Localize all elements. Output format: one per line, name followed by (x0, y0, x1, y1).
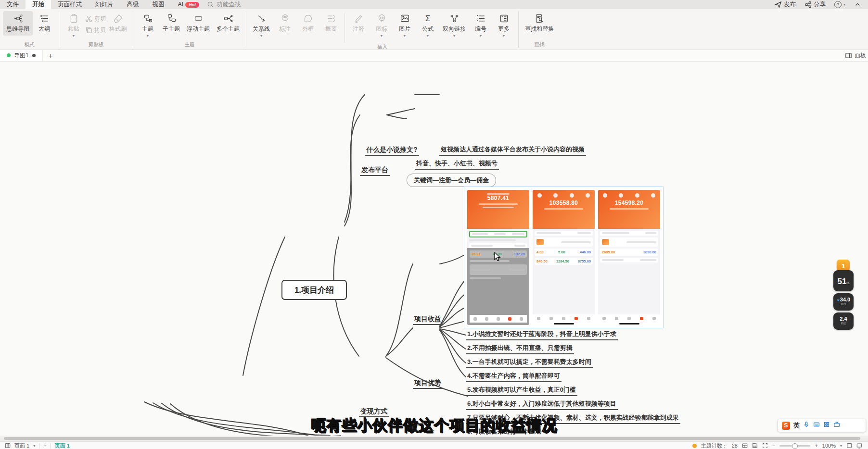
node-advantage-1[interactable]: 1.小说推文暂时还处于蓝海阶段，抖音上明显供小于求 (466, 330, 618, 340)
active-page-tab[interactable]: 页面 1 (55, 442, 70, 449)
mindmap-mode-button[interactable]: 思维导图 (3, 11, 33, 36)
image-button[interactable]: 图片 ▾ (393, 11, 416, 39)
help-icon: ? (834, 1, 842, 8)
zoom-slider-knob[interactable] (792, 443, 798, 449)
multi-topic-button[interactable]: 多个主题 (213, 11, 243, 36)
topic-count-value: 28 (732, 443, 738, 449)
boundary-icon (303, 13, 313, 24)
paste-label: 粘贴 (68, 25, 79, 33)
formula-button[interactable]: Σ 公式 ▾ (416, 11, 439, 39)
video-subtitle: 呃有些小伙伴做这个项目的收益情况 (311, 415, 557, 436)
relation-line-button[interactable]: 关系线 ▾ (249, 11, 273, 39)
ime-mode-toggle[interactable]: 英 (793, 421, 800, 430)
panel-toggle[interactable]: 面板 (845, 51, 868, 60)
help-button[interactable]: ? ▾ (834, 1, 845, 8)
sheet-tab[interactable]: 导图1 (0, 50, 43, 61)
toolbox-icon[interactable] (833, 421, 840, 430)
phone-screenshot-3: 154598.20 2685.00 3090.00 (598, 190, 660, 325)
grid-icon[interactable] (823, 421, 830, 430)
node-keyword-flow[interactable]: 关键词—注册—会员—佣金 (407, 174, 496, 187)
horizontal-scrollbar-thumb[interactable] (4, 437, 860, 440)
zoom-level[interactable]: 100% (822, 443, 836, 449)
net-monitor-widget[interactable]: 1 51% 34.0K/s 2.4K/s (831, 260, 855, 333)
icon-button[interactable]: 图标 ▾ (370, 11, 393, 39)
ime-toolbar[interactable]: S 英 (778, 419, 866, 432)
subtopic-button[interactable]: 子主题 (159, 11, 183, 36)
topic-button[interactable]: 主题 ▾ (136, 11, 159, 39)
feature-search[interactable]: 功能查找 (207, 0, 241, 9)
summary-button[interactable]: 概要 (319, 11, 343, 36)
menu-home[interactable]: 开始 (26, 0, 51, 9)
boundary-label: 外框 (302, 25, 314, 33)
boundary-button[interactable]: 外框 (296, 11, 319, 36)
share-button[interactable]: 分享 (804, 0, 826, 9)
node-advantage-4[interactable]: 4.不需要生产内容，简单配音即可 (466, 372, 562, 382)
mindmap-mode-label: 思维导图 (6, 25, 29, 33)
mindmap-canvas[interactable]: 1.项目介绍 什么是小说推文? 短视频达人通过各媒体平台发布关于小说内容的视频 … (0, 61, 868, 436)
subtopic-icon (166, 13, 177, 24)
find-replace-button[interactable]: 查找和替换 (522, 11, 557, 36)
node-platform-list[interactable]: 抖音、快手、小红书、视频号 (415, 160, 499, 170)
phone1-num-1: 76.21 (472, 252, 481, 256)
keyboard-icon[interactable] (813, 421, 820, 430)
floating-topic-button[interactable]: 浮动主题 (183, 11, 213, 36)
memory-percent: 51 (837, 277, 846, 286)
menu-page-style[interactable]: 页面样式 (51, 0, 89, 9)
mindmap-app-window: 文件 开始 页面样式 幻灯片 高级 视图 AI Hot 功能查找 发布 分享 ?… (0, 0, 868, 449)
node-advantage-6[interactable]: 6.对小白非常友好，入门难度远低于其他短视频等项目 (466, 400, 618, 410)
mic-icon[interactable] (803, 421, 810, 430)
horizontal-scrollbar[interactable] (0, 436, 868, 441)
collapse-ribbon-button[interactable] (854, 1, 861, 8)
add-page-button[interactable]: + (43, 443, 46, 449)
board-view-icon[interactable] (5, 443, 11, 449)
node-what-is-child[interactable]: 短视频达人通过各媒体平台发布关于小说内容的视频 (439, 146, 586, 156)
phone2-nav-bar (533, 314, 595, 322)
find-replace-icon (535, 13, 545, 24)
more-button[interactable]: 更多 ▾ (492, 11, 515, 39)
fullscreen-icon[interactable] (846, 443, 852, 449)
paste-icon (69, 13, 79, 24)
topic-platforms[interactable]: 发布平台 (360, 166, 390, 176)
callout-button[interactable]: 标注 (273, 11, 296, 36)
note-button[interactable]: 注释 (347, 11, 370, 36)
copy-button[interactable]: 拷贝 (85, 26, 106, 34)
add-sheet-button[interactable]: + (43, 51, 59, 60)
fit-screen-icon[interactable] (762, 443, 768, 449)
bidirectional-link-button[interactable]: 双向链接 ▾ (439, 11, 469, 39)
bidirectional-link-label: 双向链接 (443, 25, 466, 33)
save-icon[interactable] (752, 443, 758, 449)
node-advantage-5[interactable]: 5.发布视频就可以产生收益，真正0门槛 (466, 386, 577, 396)
node-advantage-3[interactable]: 3.一台手机就可以搞定，不需要耗费太多时间 (466, 358, 593, 368)
topic-income[interactable]: 项目收益 (413, 315, 443, 325)
group-label-clipboard: 剪贴板 (62, 40, 130, 50)
menu-file[interactable]: 文件 (0, 0, 26, 9)
menu-view[interactable]: 视图 (146, 0, 171, 9)
zoom-in-button[interactable]: + (815, 443, 817, 449)
menu-advanced[interactable]: 高级 (120, 0, 146, 9)
topic-advantages[interactable]: 项目优势 (413, 379, 443, 389)
page-selector[interactable]: 页面 1 (14, 442, 29, 449)
pencil-icon (354, 13, 364, 24)
outline-mode-label: 大纲 (38, 25, 50, 33)
format-painter-button[interactable]: 格式刷 (106, 11, 130, 36)
publish-button[interactable]: 发布 (775, 0, 796, 9)
node-advantage-2[interactable]: 2.不用拍摄出镜、不用直播、只需剪辑 (466, 344, 574, 354)
paste-button[interactable]: 粘贴 ▾ (62, 11, 85, 39)
more-panel-icon (499, 13, 509, 24)
zoom-out-button[interactable]: − (772, 443, 775, 449)
copy-icon (85, 26, 92, 34)
menu-slides[interactable]: 幻灯片 (89, 0, 120, 9)
numbering-button[interactable]: 编号 ▾ (469, 11, 492, 39)
chevron-down-icon: ▾ (840, 445, 842, 447)
cut-label: 剪切 (94, 15, 106, 23)
phone2-num-4: 846.50 (536, 259, 548, 263)
sheet-tab-label: 导图1 (14, 51, 29, 60)
zoom-slider[interactable] (779, 445, 810, 447)
presentation-icon[interactable] (856, 443, 862, 449)
card-view-icon[interactable] (742, 443, 748, 449)
topic-what-is[interactable]: 什么是小说推文? (365, 146, 419, 156)
root-topic-node[interactable]: 1.项目介绍 (281, 280, 347, 300)
cut-button[interactable]: 剪切 (85, 15, 106, 23)
menu-ai[interactable]: AI (171, 0, 185, 9)
outline-mode-button[interactable]: 大纲 (33, 11, 56, 36)
